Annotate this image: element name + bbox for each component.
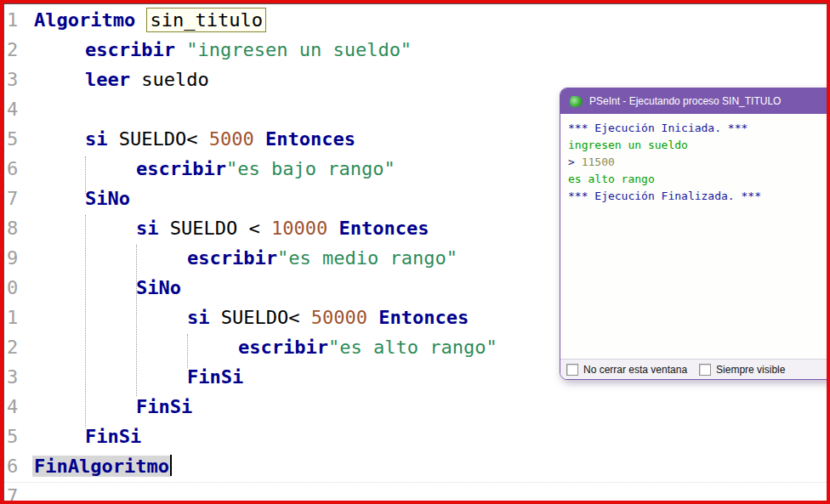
line-number: 5 [7,422,18,451]
code-line[interactable]: 5FinSi [4,422,827,451]
code-token: escribir [187,247,277,269]
line-number: 8 [7,213,18,243]
code-token: escribir [238,337,328,358]
code-token: SUELDO< [108,128,209,150]
console-footer: No cerrar esta ventana Siempre visible [560,359,827,379]
code-text: Algoritmo sin_titulo [4,5,827,35]
checkbox-siempre-visible-label: Siempre visible [716,364,785,376]
process-name-field[interactable]: sin_titulo [146,8,265,32]
line-number: 0 [7,273,18,303]
code-token: FinSi [85,426,141,447]
code-line[interactable]: 7 [4,481,827,501]
code-token: sueldo [130,69,209,90]
checkbox-siempre-visible[interactable] [699,364,711,376]
console-line: *** Ejecución Iniciada. *** [568,120,825,137]
pseint-logo-icon [570,96,583,107]
text-caret [170,455,172,476]
code-text: FinAlgoritmo [4,451,827,481]
console-output[interactable]: *** Ejecución Iniciada. ***ingresen un s… [560,114,827,359]
checkbox-no-cerrar-label: No cerrar esta ventana [583,364,687,376]
code-token: SUELDO< [210,307,311,328]
code-line[interactable]: 6FinAlgoritmo [4,451,827,481]
line-number: 7 [7,184,18,213]
line-number: 2 [7,332,18,362]
console-text: es alto rango [568,173,655,185]
checkbox-no-cerrar[interactable] [566,364,578,376]
console-text: *** Ejecución Finalizada. *** [568,190,761,202]
line-number: 6 [7,154,18,184]
code-token: leer [85,69,130,90]
code-line[interactable]: 4FinSi [4,392,827,422]
line-number: 5 [7,124,18,154]
code-token: si [85,128,108,150]
indent-guide [136,245,137,396]
code-token: "ingresen un sueldo" [175,39,412,60]
code-token: 50000 [311,307,367,328]
code-token: escribir [85,39,175,60]
code-token: FinSi [136,396,192,417]
line-number: 2 [7,35,18,65]
console-line: > 11500 [568,154,825,171]
code-token: SUELDO < [159,218,271,239]
code-token: SiNo [85,188,130,209]
console-text: 11500 [582,156,615,168]
indent-guide [85,215,86,428]
code-token: si [136,218,159,239]
code-token: Entonces [254,128,355,150]
line-number: 7 [7,481,18,501]
code-token: SiNo [136,277,181,298]
code-token: Entonces [327,218,429,239]
code-token: 5000 [209,128,254,150]
code-token: FinSi [187,366,243,388]
code-token: Entonces [367,307,469,328]
code-token: 10000 [271,218,327,239]
code-token: Algoritmo [34,9,146,31]
code-text: FinSi [4,392,827,422]
console-line: es alto rango [568,171,825,188]
line-number: 3 [7,65,18,94]
line-number: 4 [7,94,18,124]
line-number: 1 [7,5,18,35]
code-token: escribir [136,158,226,179]
console-text: *** Ejecución Iniciada. *** [568,122,748,134]
code-token: si [187,307,210,328]
code-editor[interactable]: 1Algoritmo sin_titulo2escribir "ingresen… [3,3,827,501]
line-number: 9 [7,243,18,273]
console-text: ingresen un sueldo [568,139,688,151]
code-token: FinAlgoritmo [34,456,169,477]
editor-end-divider [4,482,827,483]
code-text: escribir "ingresen un sueldo" [4,35,827,65]
code-token: "es bajo rango" [226,158,395,179]
indent-guide [187,334,188,368]
console-line: ingresen un sueldo [568,137,825,154]
console-line: *** Ejecución Finalizada. *** [568,188,825,205]
console-window: PSeInt - Ejecutando proceso SIN_TITULO *… [560,88,827,380]
code-line[interactable]: 2escribir "ingresen un sueldo" [4,35,827,65]
code-token: "es alto rango" [328,337,497,358]
line-number: 3 [7,362,18,392]
console-title-bar[interactable]: PSeInt - Ejecutando proceso SIN_TITULO [560,88,827,114]
line-number: 1 [7,303,18,332]
code-text: FinSi [4,422,827,451]
console-text: > [568,156,582,168]
code-token: "es medio rango" [277,247,458,269]
line-number: 4 [7,392,18,422]
code-line[interactable]: 1Algoritmo sin_titulo [4,5,827,35]
indent-guide [85,156,86,194]
line-number: 6 [7,451,18,481]
console-window-title: PSeInt - Ejecutando proceso SIN_TITULO [589,95,781,107]
